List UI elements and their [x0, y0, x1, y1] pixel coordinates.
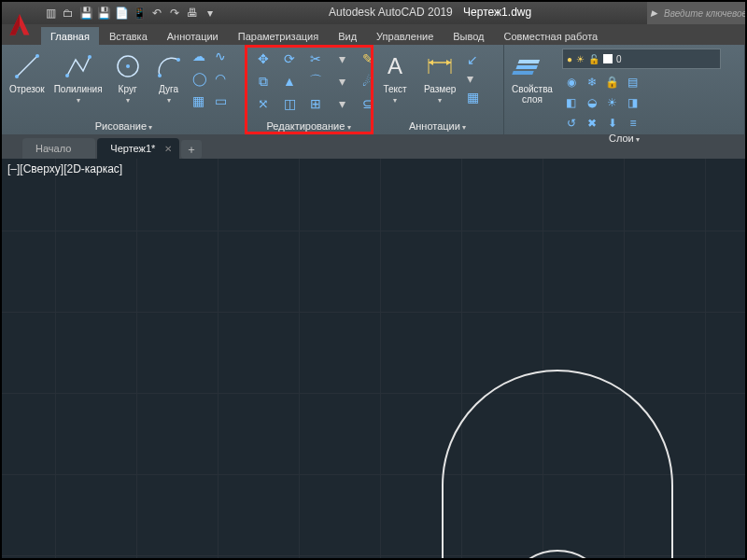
array-dd-icon[interactable]: ▾: [331, 93, 353, 114]
line-label: Отрезок: [9, 84, 45, 94]
text-label: Текст: [383, 84, 406, 94]
doctab-active-label: Чертеж1*: [110, 143, 155, 154]
scale-icon[interactable]: ◫: [278, 93, 301, 114]
tab-home[interactable]: Главная: [41, 27, 99, 45]
mirror-icon[interactable]: ▲: [278, 71, 301, 91]
redo-icon[interactable]: ↷: [167, 6, 182, 21]
doctab-active[interactable]: Чертеж1* ✕: [97, 138, 179, 159]
panel-draw-title[interactable]: Рисование: [95, 120, 153, 132]
doctab-start-label: Начало: [35, 143, 71, 154]
layer-merge-icon[interactable]: ⬇: [603, 114, 622, 133]
bulb-icon: ●: [567, 54, 572, 64]
svg-rect-15: [515, 65, 537, 69]
layer-prev-icon[interactable]: ↺: [562, 114, 581, 133]
layer-properties-button[interactable]: Свойства слоя: [510, 49, 555, 106]
layer-lock-icon[interactable]: 🔒: [603, 73, 622, 91]
panel-layers-title[interactable]: Слои: [609, 133, 640, 144]
close-icon[interactable]: ✕: [164, 144, 172, 154]
svg-rect-17: [512, 71, 533, 75]
tab-collab[interactable]: Совместная работа: [495, 27, 608, 45]
dimension-label: Размер: [424, 84, 456, 94]
tab-insert[interactable]: Вставка: [100, 27, 157, 45]
drawing-shape: [394, 327, 721, 558]
fillet-dd-icon[interactable]: ▾: [331, 71, 353, 91]
fillet-icon[interactable]: ⌒: [304, 71, 327, 91]
layer-del-icon[interactable]: ✖: [583, 114, 601, 133]
layer-freeze-icon[interactable]: ❄: [583, 73, 601, 91]
arc-label: Дуга: [159, 84, 178, 94]
add-tab-button[interactable]: ＋: [181, 140, 202, 159]
print-icon[interactable]: 🖶: [185, 6, 200, 21]
viewport-label[interactable]: [–][Сверху][2D-каркас]: [7, 162, 122, 175]
table-icon[interactable]: ▦: [467, 90, 479, 105]
sun-icon: ☀: [576, 54, 585, 64]
svg-text:A: A: [388, 53, 402, 78]
chevron-down-icon[interactable]: ▾: [203, 6, 218, 21]
app-logo[interactable]: [6, 11, 34, 39]
layer-iso-icon[interactable]: ◧: [562, 93, 581, 112]
save-icon[interactable]: 💾: [78, 6, 93, 21]
leader-icon[interactable]: ↙: [467, 52, 479, 67]
tab-manage[interactable]: Управление: [367, 27, 443, 45]
text-button[interactable]: A Текст ▾: [377, 49, 413, 106]
dimension-icon: [424, 50, 456, 82]
chevron-down-icon: ▾: [167, 96, 171, 105]
layer-walk-icon[interactable]: ≡: [624, 114, 642, 133]
layer-dropdown[interactable]: ● ☀ 🔓 0: [562, 49, 721, 69]
layer-off-icon[interactable]: ◉: [562, 73, 581, 91]
tab-output[interactable]: Вывод: [444, 27, 493, 45]
hatch-icon[interactable]: ▦: [192, 93, 213, 114]
svg-line-0: [17, 56, 37, 77]
circle-button[interactable]: Круг ▾: [110, 49, 146, 106]
file-name: Чертеж1.dwg: [463, 6, 531, 19]
undo-icon[interactable]: ↶: [149, 6, 164, 21]
app-name: Autodesk AutoCAD 2019: [329, 6, 453, 19]
svg-point-4: [88, 55, 92, 59]
drawing-canvas[interactable]: [–][Сверху][2D-каркас]: [2, 159, 745, 558]
tab-annotations[interactable]: Аннотации: [158, 27, 228, 45]
trim-dd-icon[interactable]: ▾: [331, 49, 353, 69]
svg-point-6: [126, 64, 130, 68]
rect-icon[interactable]: ▭: [215, 93, 235, 114]
annot-dd-icon[interactable]: ▾: [467, 71, 479, 86]
layer-current-name: 0: [616, 54, 622, 64]
move-icon[interactable]: ✥: [252, 49, 275, 69]
svg-point-1: [15, 75, 19, 78]
layer-match-icon[interactable]: ▤: [624, 73, 642, 91]
layer-uniso-icon[interactable]: ◨: [624, 93, 642, 112]
open-icon[interactable]: 🗀: [61, 6, 76, 21]
search-input[interactable]: Введите ключевое сло: [647, 2, 745, 24]
polyline-button[interactable]: Полилиния ▾: [52, 49, 105, 106]
panel-annot-title[interactable]: Аннотации: [409, 120, 466, 132]
rotate-icon[interactable]: ⟳: [278, 49, 301, 69]
arc-button[interactable]: Дуга ▾: [151, 49, 187, 106]
saveas-icon[interactable]: 💾: [96, 6, 111, 21]
mobile-icon[interactable]: 📱: [132, 6, 147, 21]
circle-label: Круг: [119, 84, 137, 94]
ellipse-icon[interactable]: ◯: [192, 71, 213, 91]
array-icon[interactable]: ⊞: [304, 93, 327, 114]
stretch-icon[interactable]: ⤧: [252, 93, 275, 114]
dimension-button[interactable]: Размер ▾: [422, 49, 458, 106]
spline-icon[interactable]: ∿: [215, 49, 235, 69]
ellipse-arc-icon[interactable]: ◠: [215, 71, 235, 91]
layer-properties-label: Свойства слоя: [512, 84, 553, 105]
tab-parametric[interactable]: Параметризация: [229, 27, 328, 45]
tab-view[interactable]: Вид: [329, 27, 366, 45]
rev-cloud-icon[interactable]: ☁: [192, 49, 213, 69]
circle-icon: [112, 50, 144, 82]
layer-on-icon[interactable]: ◒: [583, 93, 601, 112]
layer-thaw-icon[interactable]: ☀: [603, 93, 622, 112]
doctab-start[interactable]: Начало: [22, 138, 95, 159]
chevron-down-icon: ▾: [126, 96, 130, 105]
new-icon[interactable]: ▥: [43, 6, 58, 21]
panel-edit-title[interactable]: Редактирование: [266, 120, 350, 132]
line-button[interactable]: Отрезок: [7, 49, 47, 96]
color-swatch: [603, 54, 613, 63]
lock-icon: 🔓: [588, 54, 599, 64]
plot-icon[interactable]: 📄: [114, 6, 129, 21]
svg-point-18: [506, 551, 609, 558]
trim-icon[interactable]: ✂: [304, 49, 327, 69]
copy-icon[interactable]: ⧉: [252, 71, 275, 91]
quick-access-toolbar: ▥ 🗀 💾 💾 📄 📱 ↶ ↷ 🖶 ▾ Autodesk AutoCAD 201…: [2, 2, 745, 24]
